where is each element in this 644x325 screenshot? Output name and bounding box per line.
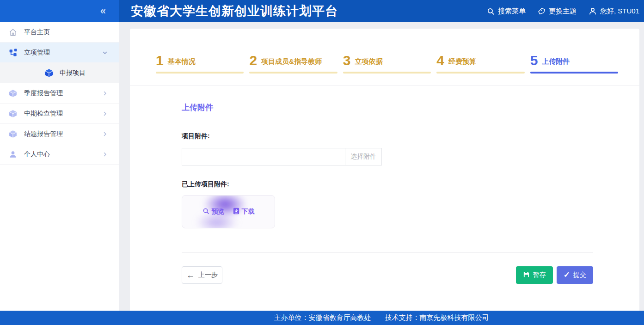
previous-step-label: 上一步 <box>198 271 218 279</box>
change-theme-button[interactable]: 更换主题 <box>538 7 577 16</box>
sidebar-item-label: 申报项目 <box>60 69 86 77</box>
sidebar-item-label: 结题报告管理 <box>24 130 63 138</box>
sidebar-item-apply-project[interactable]: 申报项目 <box>0 63 119 83</box>
attachment-input-group: 选择附件 <box>182 148 382 166</box>
chevron-right-icon <box>102 111 108 117</box>
sidebar-item-label: 平台主页 <box>24 28 50 37</box>
step-underline <box>249 72 337 74</box>
uploaded-attachment-card: 预览 下载 <box>182 195 275 228</box>
preview-label: 预览 <box>212 208 225 216</box>
chevron-right-icon <box>102 131 108 137</box>
wizard-stepper: 1 基本情况 2 项目成员&指导教师 3 立项依据 <box>156 55 618 74</box>
submit-label: 提交 <box>573 271 586 279</box>
footer-organizer: 主办单位：安徽省教育厅高教处 <box>274 313 371 322</box>
sidebar-item-midterm-check[interactable]: 中期检查管理 <box>0 104 119 124</box>
sidebar-header: « <box>0 0 119 22</box>
attachment-field-label: 项目附件: <box>182 132 593 141</box>
arrow-left-icon: ← <box>186 271 195 279</box>
step-underline <box>436 72 524 74</box>
section-title: 上传附件 <box>182 102 593 113</box>
step-label: 立项依据 <box>355 57 383 67</box>
sidebar-item-label: 个人中心 <box>24 150 50 159</box>
save-floppy-icon <box>523 271 530 279</box>
step-upload-attachments[interactable]: 5 上传附件 <box>530 55 618 74</box>
sidebar-item-label: 季度报告管理 <box>24 89 63 98</box>
user-greeting: 您好, STU01 <box>600 7 639 16</box>
cube-icon <box>8 129 18 139</box>
step-underline <box>156 72 244 74</box>
footer-support: 技术支持：南京先极科技有限公司 <box>385 313 489 322</box>
step-number: 2 <box>249 55 257 67</box>
select-attachment-button[interactable]: 选择附件 <box>345 148 382 166</box>
cube-icon <box>8 89 18 98</box>
step-label: 上传附件 <box>542 57 570 67</box>
home-icon <box>8 28 18 37</box>
change-theme-label: 更换主题 <box>549 7 577 16</box>
header-actions: 搜索菜单 更换主题 您好, STU01 <box>487 7 644 16</box>
step-underline <box>530 72 618 74</box>
save-draft-label: 暂存 <box>533 271 546 279</box>
cube-icon <box>44 68 54 78</box>
sidebar-item-platform-home[interactable]: 平台主页 <box>0 22 119 43</box>
step-label: 基本情况 <box>168 57 196 67</box>
sidebar: 平台主页 立项管理 申报项目 季度报告管理 中期检查管理 <box>0 22 119 311</box>
main-area: 1 基本情况 2 项目成员&指导教师 3 立项依据 <box>119 22 644 311</box>
chevron-right-icon <box>102 91 108 96</box>
search-menu-button[interactable]: 搜索菜单 <box>487 7 526 16</box>
step-number: 3 <box>343 55 351 67</box>
step-number: 4 <box>436 55 444 67</box>
check-icon: ✓ <box>564 271 570 279</box>
step-number: 1 <box>156 55 164 67</box>
save-draft-button[interactable]: 暂存 <box>516 266 553 284</box>
project-tree-icon <box>8 48 18 57</box>
sidebar-item-label: 立项管理 <box>24 49 50 57</box>
download-link[interactable]: 下载 <box>233 208 255 216</box>
download-label: 下载 <box>242 208 255 216</box>
sidebar-collapse-icon[interactable]: « <box>100 6 106 16</box>
preview-search-icon <box>202 208 209 216</box>
step-project-basis[interactable]: 3 立项依据 <box>343 55 431 74</box>
step-basic-info[interactable]: 1 基本情况 <box>156 55 244 74</box>
search-menu-label: 搜索菜单 <box>498 7 526 16</box>
actions-divider <box>182 252 593 253</box>
form-card: 1 基本情况 2 项目成员&指导教师 3 立项依据 <box>130 29 639 311</box>
download-file-icon <box>233 208 239 216</box>
sidebar-item-personal-center[interactable]: 个人中心 <box>0 144 119 165</box>
cube-icon <box>8 109 18 118</box>
sidebar-item-final-report[interactable]: 结题报告管理 <box>0 124 119 144</box>
submit-button[interactable]: ✓ 提交 <box>557 266 593 284</box>
step-label: 项目成员&指导教师 <box>261 57 322 67</box>
step-label: 经费预算 <box>448 57 476 67</box>
user-menu[interactable]: 您好, STU01 <box>589 7 639 16</box>
step-members-advisors[interactable]: 2 项目成员&指导教师 <box>249 55 337 74</box>
sidebar-item-label: 中期检查管理 <box>24 110 63 118</box>
theme-tag-icon <box>538 7 546 15</box>
app-footer: 主办单位：安徽省教育厅高教处 技术支持：南京先极科技有限公司 <box>0 311 644 325</box>
upload-section: 上传附件 项目附件: 选择附件 已上传项目附件: 预览 <box>130 86 639 284</box>
page-title: 安徽省大学生创新创业训练计划平台 <box>131 3 338 19</box>
chevron-right-icon <box>102 152 108 157</box>
previous-step-button[interactable]: ← 上一步 <box>182 266 222 284</box>
search-icon <box>487 7 495 15</box>
attachment-filename-input[interactable] <box>182 148 345 166</box>
app-header: « 安徽省大学生创新创业训练计划平台 搜索菜单 更换主题 您好, STU01 <box>0 0 644 22</box>
chevron-down-icon <box>102 50 108 55</box>
step-budget[interactable]: 4 经费预算 <box>436 55 524 74</box>
sidebar-item-project-management[interactable]: 立项管理 <box>0 43 119 63</box>
user-icon <box>589 7 597 15</box>
user-icon <box>8 150 18 159</box>
preview-link[interactable]: 预览 <box>202 208 225 216</box>
uploaded-attachments-label: 已上传项目附件: <box>182 180 593 189</box>
step-number: 5 <box>530 55 538 67</box>
sidebar-item-quarterly-report[interactable]: 季度报告管理 <box>0 83 119 104</box>
form-actions: ← 上一步 暂存 ✓ 提交 <box>182 266 593 284</box>
step-underline <box>343 72 431 74</box>
